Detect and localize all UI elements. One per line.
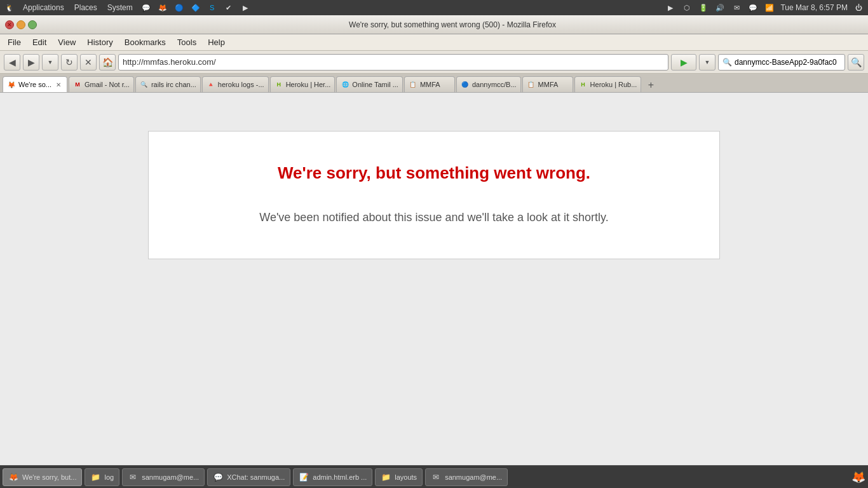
menu-tools[interactable]: Tools [172,36,201,49]
tab-favicon-0: 🦊 [7,80,16,89]
browser-window: ✕ We're sorry, but something went wrong … [0,15,868,488]
error-box: We're sorry, but something went wrong. W… [148,131,720,259]
taskbar-item-3[interactable]: 💬 XChat: sanmuga... [207,468,290,486]
skype-icon[interactable]: S [207,2,218,13]
menu-history[interactable]: History [82,36,118,49]
minimize-button[interactable] [17,20,25,29]
taskbar-label-4: admin.html.erb ... [313,473,367,481]
browser-title: We're sorry, but something went wrong (5… [42,20,863,29]
applications-menu[interactable]: Applications [20,3,67,12]
menu-bar: File Edit View History Bookmarks Tools H… [0,34,868,51]
close-button[interactable]: ✕ [5,20,14,29]
taskbar-icon-1: 📁 [90,472,100,482]
taskbar: 🦊 We're sorry, but... 📁 log ✉ sanmugam@m… [0,465,868,488]
tab-5[interactable]: 🌐 Online Tamil ... [336,76,403,92]
im-icon[interactable]: 💬 [747,2,759,13]
tab-9[interactable]: H Heroku | Rub... [574,76,642,92]
dropdown-button[interactable]: ▼ [42,54,58,71]
places-menu[interactable]: Places [72,3,100,12]
tab-1[interactable]: M Gmail - Not r... [69,76,134,92]
wifi-icon[interactable]: 📶 [764,2,775,13]
menu-edit[interactable]: Edit [27,36,51,49]
tab-favicon-7: 🔵 [461,80,470,89]
clock: Tue Mar 8, 6:57 PM [780,3,848,12]
taskbar-right: 🦊 [851,470,865,484]
terminal-right-icon[interactable]: ▶ [665,2,676,13]
tab-label-3: heroku logs -... [218,81,264,88]
tab-4[interactable]: H Heroku | Her... [270,76,336,92]
menu-help[interactable]: Help [203,36,230,49]
taskbar-icon-6: ✉ [431,472,441,482]
tab-label-9: Heroku | Rub... [590,81,637,88]
tab-favicon-3: 🔺 [207,80,215,89]
tab-favicon-4: H [275,80,283,89]
tray-icon-1[interactable]: 🔵 [173,2,185,13]
taskbar-item-5[interactable]: 📁 layouts [375,468,423,486]
tab-close-0[interactable]: ✕ [54,80,63,89]
forward-button[interactable]: ▶ [23,54,39,71]
tab-label-5: Online Tamil ... [352,81,398,88]
search-engine-icon[interactable]: 🔍 [722,58,732,67]
terminal-icon[interactable]: ▶ [240,2,251,13]
ubuntu-icon[interactable]: 🐧 [4,2,15,13]
tab-label-7: dannymcc/B... [472,81,517,88]
battery-icon[interactable]: 🔋 [698,2,709,13]
tab-0[interactable]: 🦊 We're so... ✕ [3,76,67,92]
taskbar-ff-icon[interactable]: 🦊 [851,471,865,484]
taskbar-icon-2: ✉ [128,472,138,482]
tab-label-6: MMFA [420,81,451,88]
tab-favicon-2: 🔍 [140,80,149,89]
tab-7[interactable]: 🔵 dannymcc/B... [456,76,521,92]
volume-icon[interactable]: 🔊 [714,2,726,13]
new-tab-button[interactable]: + [644,78,658,92]
taskbar-icon-5: 📁 [381,472,391,482]
taskbar-icon-3: 💬 [213,472,223,482]
reload-button[interactable]: ↻ [61,54,78,71]
system-bar-left: 🐧 Applications Places System 💬 🦊 🔵 🔷 S ✔… [4,2,251,13]
bluetooth-icon[interactable]: ⬡ [681,2,693,13]
tab-8[interactable]: 📋 MMFA [522,76,573,92]
tray-icon-2[interactable]: 🔷 [190,2,201,13]
stop-button[interactable]: ✕ [80,54,97,71]
taskbar-label-5: layouts [395,473,417,481]
home-button[interactable]: 🏠 [99,54,116,71]
browser-titlebar: ✕ We're sorry, but something went wrong … [0,15,868,34]
tab-6[interactable]: 📋 MMFA [404,76,455,92]
tab-favicon-1: M [73,80,82,89]
tray-icon-3[interactable]: ✔ [223,2,234,13]
taskbar-item-2[interactable]: ✉ sanmugam@me... [122,468,205,486]
system-menu[interactable]: System [105,3,135,12]
tab-3[interactable]: 🔺 heroku logs -... [202,76,269,92]
error-body: We've been notified about this issue and… [174,208,694,227]
menu-bookmarks[interactable]: Bookmarks [119,36,171,49]
taskbar-label-3: XChat: sanmuga... [227,473,285,481]
taskbar-item-6[interactable]: ✉ sanmugam@me... [425,468,508,486]
tab-favicon-8: 📋 [527,80,536,89]
tabs-bar: 🦊 We're so... ✕ M Gmail - Not r... 🔍 rai… [0,74,868,93]
tab-favicon-9: H [579,80,588,89]
chat-icon[interactable]: 💬 [140,2,152,13]
menu-view[interactable]: View [53,36,81,49]
taskbar-label-6: sanmugam@me... [445,473,502,481]
search-input[interactable] [735,58,841,67]
tab-label-1: Gmail - Not r... [85,81,130,88]
back-button[interactable]: ◀ [4,54,20,71]
window-controls: ✕ [5,20,37,29]
go-button[interactable]: ▶ [671,54,696,71]
nav-dropdown[interactable]: ▼ [699,54,715,71]
maximize-button[interactable] [28,20,37,29]
mail-icon[interactable]: ✉ [731,2,742,13]
taskbar-item-1[interactable]: 📁 log [85,468,119,486]
tab-favicon-5: 🌐 [341,80,349,89]
tab-2[interactable]: 🔍 rails irc chan... [135,76,201,92]
taskbar-item-0[interactable]: 🦊 We're sorry, but... [3,468,82,486]
nav-bar: ◀ ▶ ▼ ↻ ✕ 🏠 ▶ ▼ 🔍 🔍 [0,51,868,74]
search-go-button[interactable]: 🔍 [848,54,864,71]
firefox-icon[interactable]: 🦊 [157,2,168,13]
taskbar-item-4[interactable]: 📝 admin.html.erb ... [293,468,372,486]
menu-file[interactable]: File [3,36,26,49]
tab-label-4: Heroku | Her... [286,81,331,88]
shutdown-icon[interactable]: ⏻ [853,2,864,13]
url-input[interactable] [123,57,664,67]
taskbar-label-0: We're sorry, but... [22,473,76,481]
